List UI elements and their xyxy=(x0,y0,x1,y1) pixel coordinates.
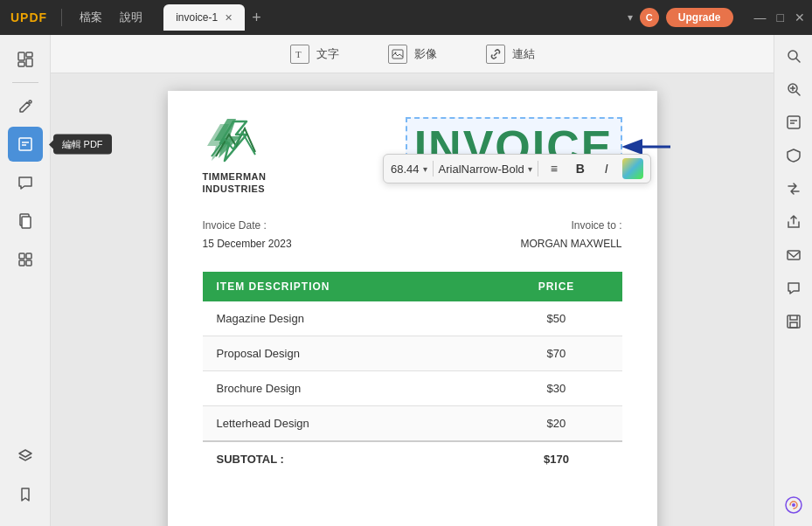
menu-file[interactable]: 檔案 xyxy=(73,6,109,29)
toolbar-link-label: 連結 xyxy=(512,46,535,62)
svg-rect-12 xyxy=(19,260,24,266)
titlebar-divider xyxy=(61,9,62,26)
date-label: Invoice Date : xyxy=(203,217,292,236)
tabs-dropdown-icon[interactable]: ▾ xyxy=(628,11,633,24)
tab-close-button[interactable]: ✕ xyxy=(225,12,232,24)
minimize-button[interactable]: — xyxy=(754,10,767,24)
right-sidebar xyxy=(774,35,812,526)
sidebar-icon-layers[interactable] xyxy=(8,439,43,474)
table-cell-price: $30 xyxy=(490,370,621,405)
align-button[interactable]: ≡ xyxy=(544,158,565,179)
font-size-control[interactable]: 68.44 ▾ xyxy=(391,163,427,176)
color-picker-button[interactable] xyxy=(622,158,643,179)
svg-rect-13 xyxy=(26,260,31,266)
titlebar-right: ▾ C Upgrade xyxy=(614,8,747,27)
tab-add-button[interactable]: + xyxy=(245,9,268,27)
format-toolbar: 68.44 ▾ ArialNarrow-Bold ▾ ≡ B I xyxy=(383,154,651,183)
sidebar-icon-paint[interactable] xyxy=(8,88,43,123)
invoice-meta: Invoice Date : 15 December 2023 Invoice … xyxy=(203,217,622,254)
svg-rect-27 xyxy=(788,116,800,128)
user-avatar: C xyxy=(640,8,659,27)
left-sidebar: 編輯 PDF xyxy=(0,35,51,526)
right-icon-ai[interactable] xyxy=(780,491,808,519)
format-divider-1 xyxy=(433,161,434,176)
right-icon-comment[interactable] xyxy=(780,274,808,302)
table-cell-price: $70 xyxy=(490,336,621,370)
active-indicator xyxy=(8,134,10,155)
window-controls: — □ ✕ xyxy=(747,10,812,24)
sidebar-icon-edit[interactable]: 編輯 PDF xyxy=(8,127,43,162)
tab-label: invoice-1 xyxy=(176,11,218,24)
svg-line-26 xyxy=(796,92,800,95)
right-icon-share[interactable] xyxy=(780,208,808,236)
sidebar-icon-bookmark[interactable] xyxy=(8,477,43,512)
sidebar-bottom xyxy=(8,439,43,519)
toolbar-text[interactable]: T 文字 xyxy=(280,39,350,69)
toolbar-image[interactable]: 影像 xyxy=(378,39,448,69)
font-size-value: 68.44 xyxy=(391,163,420,176)
app-logo: UPDF xyxy=(0,10,58,24)
svg-point-4 xyxy=(29,100,31,103)
svg-rect-2 xyxy=(26,59,32,66)
sidebar-divider-1 xyxy=(12,82,38,83)
table-cell-description: Brochure Design xyxy=(203,370,491,405)
toolbar-link[interactable]: 連結 xyxy=(475,39,545,69)
font-family-control[interactable]: ArialNarrow-Bold ▾ xyxy=(439,163,532,176)
to-label: Invoice to : xyxy=(520,217,621,236)
sidebar-icon-comment[interactable] xyxy=(8,165,43,200)
tab-invoice[interactable]: invoice-1 ✕ xyxy=(163,4,245,31)
subtotal-value: $170 xyxy=(490,441,621,476)
table-row: Magazine Design$50 xyxy=(203,301,622,336)
upgrade-button[interactable]: Upgrade xyxy=(666,8,733,27)
right-icon-save[interactable] xyxy=(780,308,808,336)
svg-text:T: T xyxy=(295,49,302,59)
svg-rect-31 xyxy=(788,315,800,328)
svg-line-22 xyxy=(796,59,800,62)
svg-point-34 xyxy=(792,503,795,507)
table-row: Proposal Design$70 xyxy=(203,336,622,370)
right-icon-convert[interactable] xyxy=(780,175,808,203)
svg-rect-3 xyxy=(18,62,24,66)
text-tool-icon: T xyxy=(290,45,309,64)
col-price-header: PRICE xyxy=(490,272,621,301)
table-row: Brochure Design$30 xyxy=(203,370,622,405)
invoice-to-col: Invoice to : MORGAN MAXWELL xyxy=(520,217,621,254)
svg-rect-9 xyxy=(22,217,31,228)
table-cell-price: $50 xyxy=(490,301,621,336)
sidebar-icon-view[interactable] xyxy=(8,42,43,77)
maximize-button[interactable]: □ xyxy=(777,10,784,24)
main-layout: 編輯 PDF T 文字 xyxy=(0,35,812,526)
right-icon-ocr[interactable] xyxy=(780,108,808,136)
right-icon-zoom-in[interactable] xyxy=(780,75,808,103)
table-row: Letterhead Design$20 xyxy=(203,405,622,441)
menu-help[interactable]: 說明 xyxy=(113,6,149,29)
sidebar-icon-pages[interactable] xyxy=(8,204,43,239)
company-logo-area: TIMMERMAN INDUSTRIES xyxy=(203,117,267,196)
invoice-table: ITEM DESCRIPTION PRICE Magazine Design$5… xyxy=(203,272,622,476)
format-divider-2 xyxy=(538,161,538,176)
titlebar-tabs: invoice-1 ✕ + xyxy=(156,4,614,31)
right-icon-mail[interactable] xyxy=(780,241,808,269)
pdf-viewer[interactable]: 68.44 ▾ ArialNarrow-Bold ▾ ≡ B I xyxy=(51,73,774,526)
subtotal-label: SUBTOTAL : xyxy=(203,441,491,476)
toolbar-text-label: 文字 xyxy=(316,46,339,62)
col-description-header: ITEM DESCRIPTION xyxy=(203,272,491,301)
close-button[interactable]: ✕ xyxy=(795,10,805,24)
right-icon-protect[interactable] xyxy=(780,142,808,170)
svg-rect-10 xyxy=(19,253,24,259)
sidebar-icon-organize[interactable] xyxy=(8,242,43,277)
font-size-dropdown-icon[interactable]: ▾ xyxy=(423,164,427,174)
svg-rect-11 xyxy=(26,253,31,259)
table-header-row: ITEM DESCRIPTION PRICE xyxy=(203,272,622,301)
svg-rect-0 xyxy=(18,52,24,60)
table-cell-description: Proposal Design xyxy=(203,336,491,370)
company-logo-svg xyxy=(203,117,264,165)
font-family-dropdown-icon[interactable]: ▾ xyxy=(528,164,532,174)
invoice-date-col: Invoice Date : 15 December 2023 xyxy=(203,217,292,254)
right-icon-search[interactable] xyxy=(780,42,808,70)
svg-rect-30 xyxy=(788,251,800,260)
to-value: MORGAN MAXWELL xyxy=(520,235,621,254)
italic-button[interactable]: I xyxy=(596,158,617,179)
svg-rect-1 xyxy=(26,52,32,57)
bold-button[interactable]: B xyxy=(570,158,591,179)
